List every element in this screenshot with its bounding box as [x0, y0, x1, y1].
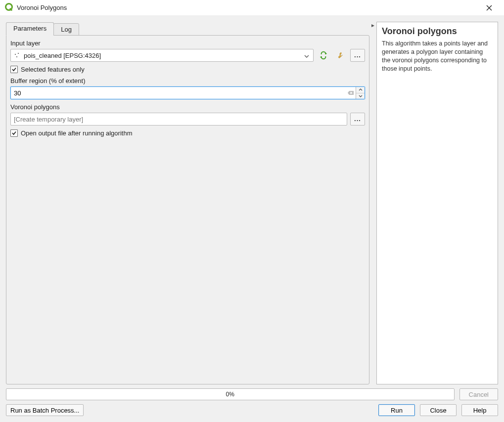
svg-marker-11: [371, 24, 374, 27]
svg-point-5: [18, 53, 19, 54]
app-icon: [5, 2, 14, 13]
title-bar: Voronoi Polygons: [0, 0, 504, 16]
selected-features-checkbox[interactable]: [10, 66, 18, 73]
output-row: ...: [10, 113, 365, 126]
chevron-down-icon[interactable]: [302, 52, 311, 59]
progress-bar: 0%: [6, 388, 455, 400]
left-panel: Parameters Log Input layer po: [6, 22, 369, 384]
point-layer-icon: [14, 52, 21, 59]
output-label: Voronoi polygons: [10, 103, 365, 111]
help-body: This algorithm takes a points layer and …: [382, 40, 493, 73]
ellipsis-icon: ...: [354, 54, 361, 57]
window-close-button[interactable]: [479, 1, 499, 15]
chevron-down-icon: [359, 95, 363, 97]
close-icon: [486, 5, 492, 11]
help-panel: Voronoi polygons This algorithm takes a …: [376, 22, 498, 384]
svg-point-6: [16, 56, 17, 57]
help-collapse-toggle[interactable]: [369, 22, 376, 384]
input-layer-combo[interactable]: pois_cleaned [EPSG:4326]: [10, 49, 314, 62]
main-row: Parameters Log Input layer po: [6, 22, 498, 384]
dialog-body: Parameters Log Input layer po: [0, 16, 504, 422]
run-as-batch-button[interactable]: Run as Batch Process...: [6, 404, 84, 416]
chevron-up-icon: [359, 88, 363, 91]
open-output-row: Open output file after running algorithm: [10, 129, 365, 137]
browse-output-button[interactable]: ...: [350, 113, 365, 126]
wrench-icon: [336, 50, 344, 60]
buffer-spinbox: [10, 86, 365, 99]
tabs: Parameters Log: [6, 22, 369, 36]
buffer-row: [10, 86, 365, 99]
checkmark-icon: [11, 130, 17, 136]
buffer-spin-up[interactable]: [356, 87, 365, 93]
advanced-options-button[interactable]: [333, 49, 347, 62]
help-title: Voronoi polygons: [382, 26, 493, 37]
open-output-checkbox[interactable]: [10, 129, 18, 137]
tab-log[interactable]: Log: [53, 23, 79, 36]
svg-point-4: [15, 54, 16, 55]
selected-features-label: Selected features only: [21, 66, 85, 73]
triangle-right-icon: [371, 24, 375, 28]
refresh-icon: [320, 50, 327, 60]
cancel-button: Cancel: [459, 388, 498, 400]
progress-text: 0%: [226, 391, 234, 398]
output-path-input[interactable]: [10, 113, 347, 126]
checkmark-icon: [11, 67, 17, 72]
buffer-label: Buffer region (% of extent): [10, 77, 365, 84]
tab-parameters[interactable]: Parameters: [6, 22, 54, 36]
tab-content-parameters: Input layer pois_cleaned [EPSG:4326]: [6, 35, 369, 384]
selected-features-row: Selected features only: [10, 66, 365, 73]
close-button[interactable]: Close: [420, 404, 457, 416]
buttons-row: Run as Batch Process... Run Close Help: [6, 404, 498, 416]
help-button[interactable]: Help: [461, 404, 498, 416]
progress-row: 0% Cancel: [6, 388, 498, 400]
run-button[interactable]: Run: [378, 404, 415, 416]
buffer-clear-button[interactable]: [346, 87, 356, 99]
iterate-button[interactable]: [317, 49, 330, 62]
ellipsis-icon: ...: [354, 118, 361, 121]
browse-input-button[interactable]: ...: [350, 49, 365, 62]
input-layer-row: pois_cleaned [EPSG:4326]: [10, 49, 365, 62]
buffer-input[interactable]: [11, 87, 346, 99]
buffer-spin-down[interactable]: [356, 93, 365, 99]
backspace-icon: [347, 90, 354, 95]
open-output-label: Open output file after running algorithm: [21, 129, 132, 137]
input-layer-label: Input layer: [10, 40, 365, 47]
bottom-area: 0% Cancel Run as Batch Process... Run Cl…: [6, 388, 498, 416]
window-title: Voronoi Polygons: [17, 4, 67, 11]
input-layer-value: pois_cleaned [EPSG:4326]: [24, 52, 302, 59]
